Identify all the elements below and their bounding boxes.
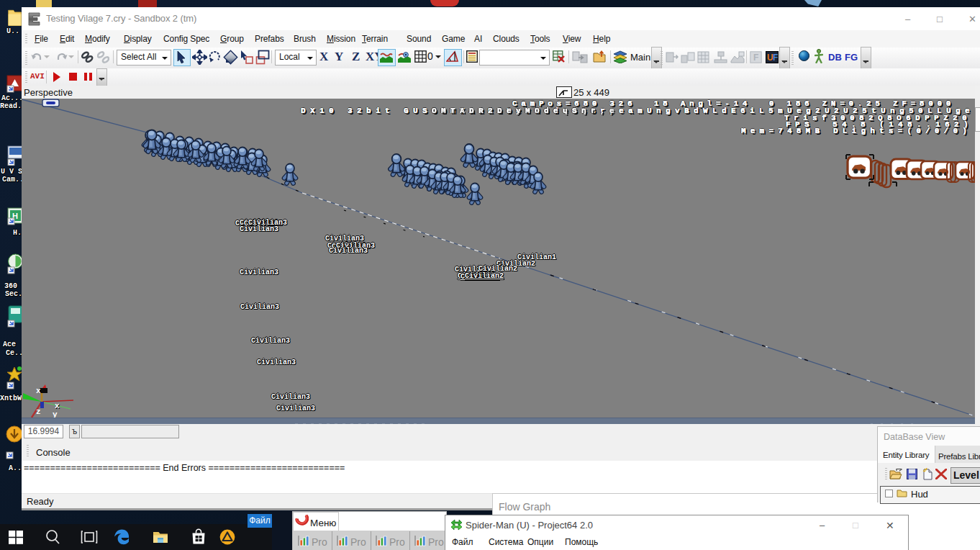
svg-text:z: z <box>36 407 41 416</box>
svg-text:y: y <box>53 410 58 418</box>
svg-text:x: x <box>36 387 41 395</box>
svg-text:F: F <box>753 53 758 63</box>
svg-text:F: F <box>773 53 778 63</box>
svg-text:x: x <box>55 402 60 410</box>
